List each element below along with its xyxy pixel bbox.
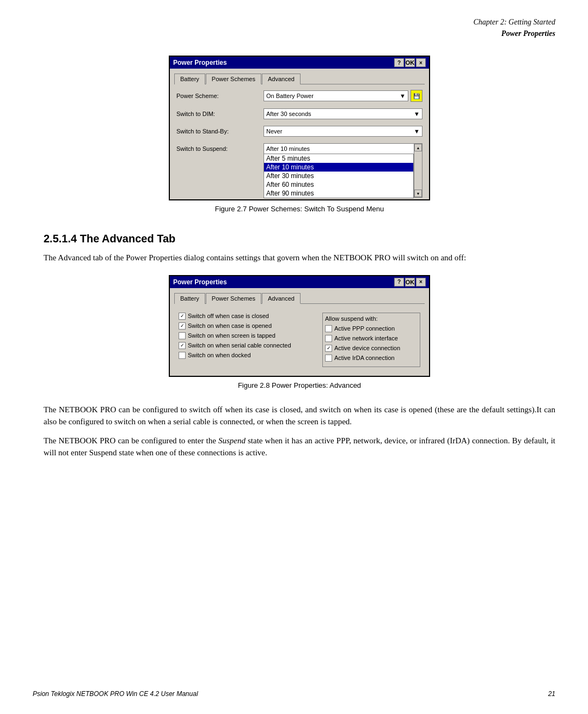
dialog-title-2: Power Properties — [173, 278, 227, 286]
power-scheme-dropdown[interactable]: On Battery Power ▼ — [264, 90, 408, 101]
suspend-dropdown-list: After 5 minutes After 10 minutes After 3… — [264, 154, 414, 198]
switch-suspend-label: Switch to Suspend: — [176, 145, 264, 152]
switch-suspend-row: Switch to Suspend: After 10 minutes Afte… — [174, 142, 425, 155]
checkbox-network: Active network interface — [325, 335, 418, 342]
switch-dim-value: After 30 seconds — [266, 111, 311, 117]
checkbox-screen-tapped[interactable] — [179, 332, 186, 339]
dialog-titlebar-2: Power Properties ? OK × — [170, 276, 429, 288]
paragraph-2: The NETBOOK PRO can be configured to swi… — [44, 404, 555, 428]
page-header: Chapter 2: Getting Started Power Propert… — [44, 16, 555, 39]
dialog-titlebar-1: Power Properties ? OK × — [170, 57, 429, 69]
dropdown-item-30min[interactable]: After 30 minutes — [264, 172, 413, 180]
switch-standby-value: Never — [266, 128, 282, 135]
paragraph-3: The NETBOOK PRO can be configured to ent… — [44, 435, 555, 459]
figure2-caption: Figure 2.8 Power Properties: Advanced — [238, 381, 361, 389]
checkbox-docked-label: Switch on when docked — [188, 352, 251, 358]
dialog-tabs-1: Battery Power Schemes Advanced — [174, 73, 425, 84]
tab-battery-2[interactable]: Battery — [174, 293, 205, 304]
checkbox-irda-label: Active IrDA connection — [334, 355, 395, 361]
switch-suspend-dropdown[interactable]: After 10 minutes — [264, 143, 422, 154]
advanced-left-panel: Switch off when case is closed Switch on… — [179, 313, 317, 367]
tab-battery-1[interactable]: Battery — [174, 74, 205, 84]
dropdown-item-5min[interactable]: After 5 minutes — [264, 154, 413, 163]
scroll-down-button[interactable]: ▼ — [414, 190, 422, 197]
page-container: Chapter 2: Getting Started Power Propert… — [0, 0, 588, 714]
checkbox-device-label: Active device connection — [334, 345, 400, 351]
switch-suspend-control: After 10 minutes After 5 minutes After 1… — [264, 143, 422, 154]
checkbox-case-opened[interactable] — [179, 322, 186, 329]
dialog-title-1: Power Properties — [173, 59, 227, 66]
checkbox-ppp-label: Active PPP connection — [334, 325, 395, 332]
dialog-tabs-2: Battery Power Schemes Advanced — [174, 292, 425, 304]
power-properties-dialog-1: Power Properties ? OK × Battery Power Sc… — [169, 56, 430, 200]
close-button-1[interactable]: × — [416, 58, 426, 67]
tab-power-schemes-1[interactable]: Power Schemes — [206, 74, 261, 84]
close-button-2[interactable]: × — [416, 278, 426, 286]
footer-right: 21 — [548, 690, 555, 698]
checkbox-case-closed-label: Switch off when case is closed — [188, 313, 269, 319]
scroll-up-button[interactable]: ▲ — [414, 144, 422, 151]
switch-standby-control: Never ▼ — [264, 126, 422, 137]
checkbox-row-2: Switch on when case is opened — [179, 322, 317, 329]
dropdown-arrow-icon-2: ▼ — [414, 111, 420, 117]
checkbox-irda: Active IrDA connection — [325, 355, 418, 362]
checkbox-row-4: Switch on when serial cable connected — [179, 342, 317, 349]
power-scheme-label: Power Scheme: — [176, 93, 264, 99]
power-scheme-row: Power Scheme: On Battery Power ▼ 💾 — [174, 89, 425, 103]
page-footer: Psion Teklogix NETBOOK PRO Win CE 4.2 Us… — [0, 690, 588, 698]
allow-suspend-title: Allow suspend with: — [325, 315, 418, 322]
help-button-2[interactable]: ? — [394, 278, 404, 286]
paragraph-1: The Advanced tab of the Power Properties… — [44, 252, 555, 264]
switch-standby-label: Switch to Stand-By: — [176, 128, 264, 135]
power-scheme-control: On Battery Power ▼ 💾 — [264, 90, 422, 102]
switch-standby-row: Switch to Stand-By: Never ▼ — [174, 125, 425, 138]
tab-advanced-1[interactable]: Advanced — [262, 74, 301, 84]
dialog-content-1: Battery Power Schemes Advanced Power Sch… — [170, 69, 429, 199]
section-heading: 2.5.1.4 The Advanced Tab — [44, 233, 555, 245]
checkbox-ppp: Active PPP connection — [325, 325, 418, 332]
section-title: Power Properties — [44, 28, 555, 39]
dropdown-arrow-icon: ▼ — [400, 93, 406, 99]
switch-dim-dropdown[interactable]: After 30 seconds ▼ — [264, 108, 422, 119]
dialog-content-2: Battery Power Schemes Advanced Switch of… — [170, 288, 429, 376]
checkbox-row-1: Switch off when case is closed — [179, 313, 317, 320]
dropdown-item-90min[interactable]: After 90 minutes — [264, 189, 413, 198]
suspend-italic: Suspend — [218, 436, 246, 445]
help-button-1[interactable]: ? — [394, 58, 404, 67]
dropdown-item-10min[interactable]: After 10 minutes — [264, 163, 413, 172]
suspend-scrollbar: ▲ ▼ — [414, 143, 422, 198]
ok-button-1[interactable]: OK — [405, 58, 415, 67]
checkbox-serial-cable[interactable] — [179, 342, 186, 349]
switch-dim-label: Switch to DIM: — [176, 111, 264, 117]
figure2-container: Power Properties ? OK × Battery Power Sc… — [44, 275, 555, 398]
figure1-container: Power Properties ? OK × Battery Power Sc… — [44, 56, 555, 222]
switch-dim-control: After 30 seconds ▼ — [264, 108, 422, 119]
checkbox-docked[interactable] — [179, 352, 186, 359]
checkbox-network-interface[interactable] — [325, 335, 332, 342]
checkbox-case-opened-label: Switch on when case is opened — [188, 322, 272, 329]
checkbox-row-3: Switch on when screen is tapped — [179, 332, 317, 339]
tab-power-schemes-2[interactable]: Power Schemes — [206, 293, 261, 304]
ok-button-2[interactable]: OK — [405, 278, 415, 286]
dropdown-arrow-icon-3: ▼ — [414, 128, 420, 135]
figure1-caption: Figure 2.7 Power Schemes: Switch To Susp… — [215, 205, 384, 213]
power-properties-dialog-2: Power Properties ? OK × Battery Power Sc… — [169, 275, 430, 377]
advanced-right-panel: Allow suspend with: Active PPP connectio… — [322, 313, 420, 367]
save-scheme-button[interactable]: 💾 — [411, 90, 422, 102]
dropdown-item-60min[interactable]: After 60 minutes — [264, 180, 413, 189]
tab-advanced-2[interactable]: Advanced — [262, 293, 301, 304]
checkbox-case-closed[interactable] — [179, 313, 186, 320]
checkbox-device-connection[interactable] — [325, 345, 332, 352]
switch-standby-dropdown[interactable]: Never ▼ — [264, 126, 422, 137]
power-scheme-value: On Battery Power — [266, 93, 314, 99]
checkbox-device: Active device connection — [325, 345, 418, 352]
titlebar-buttons-1: ? OK × — [394, 58, 426, 67]
titlebar-buttons-2: ? OK × — [394, 278, 426, 286]
checkbox-ppp-connection[interactable] — [325, 325, 332, 332]
chapter-title: Chapter 2: Getting Started — [44, 16, 555, 28]
switch-suspend-value: After 10 minutes — [266, 145, 310, 152]
checkbox-serial-cable-label: Switch on when serial cable connected — [188, 342, 291, 349]
checkbox-irda-connection[interactable] — [325, 355, 332, 362]
footer-left: Psion Teklogix NETBOOK PRO Win CE 4.2 Us… — [33, 690, 198, 698]
advanced-content: Switch off when case is closed Switch on… — [174, 308, 425, 371]
